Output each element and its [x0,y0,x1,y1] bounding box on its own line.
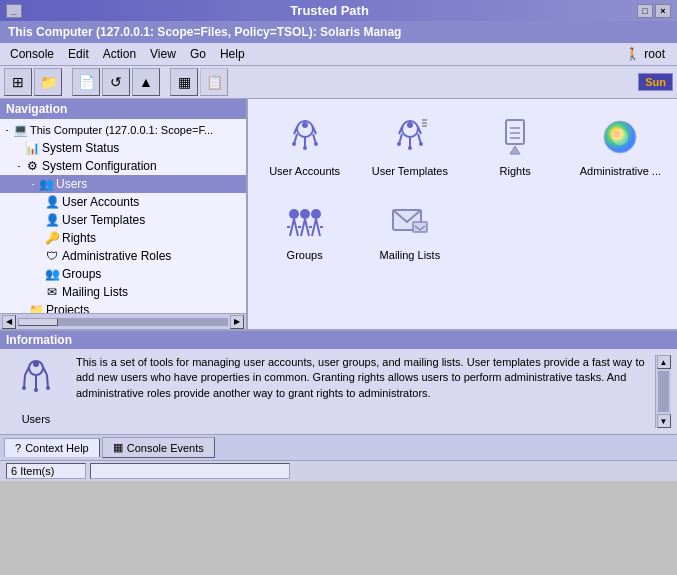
svg-point-35 [300,209,310,219]
toolbar-brand: Sun [638,73,673,91]
content-label-rights: Rights [500,165,531,177]
tree-item-users[interactable]: - 👥 Users [0,175,246,193]
toolbar-btn-up[interactable]: ▲ [132,68,160,96]
toolbar-btn-grid[interactable]: ▦ [170,68,198,96]
user-templates-icon: 👤 [44,212,60,228]
menu-view[interactable]: View [144,45,182,63]
tree-item-admin-roles[interactable]: 🛡 Administrative Roles [0,247,246,265]
nav-scroll-right[interactable]: ▶ [230,315,244,329]
users-icon: 👥 [38,176,54,192]
tree-item-system-config[interactable]: - ⚙ System Configuration [0,157,246,175]
tree-item-groups[interactable]: 👥 Groups [0,265,246,283]
computer-icon: 💻 [12,122,28,138]
content-item-user-templates[interactable]: User Templates [361,107,458,183]
content-icon-groups [281,197,329,245]
tab-context-help-label: Context Help [25,442,89,454]
tree-label-user-templates: User Templates [62,213,145,227]
nav-h-scrollbar[interactable]: ◀ ▶ [0,313,246,329]
content-label-mailing-lists: Mailing Lists [380,249,441,261]
window-title: Trusted Path [22,3,637,18]
nav-scroll-thumb[interactable] [18,318,58,326]
svg-point-18 [419,142,423,146]
info-scroll-down[interactable]: ▼ [657,414,671,428]
content-label-user-templates: User Templates [372,165,448,177]
tree-item-user-accounts[interactable]: 👤 User Accounts [0,193,246,211]
tree-item-rights[interactable]: 🔑 Rights [0,229,246,247]
content-item-rights[interactable]: Rights [467,107,564,183]
mailing-lists-icon: ✉ [44,284,60,300]
content-item-admin-roles[interactable]: Administrative ... [572,107,669,183]
nav-scroll-left[interactable]: ◀ [2,315,16,329]
content-panel: User Accounts [248,99,677,329]
svg-line-48 [25,367,29,375]
svg-point-40 [311,209,321,219]
toolbar-btn-new[interactable]: 📄 [72,68,100,96]
toolbar-btn-folder[interactable]: 📁 [34,68,62,96]
root-label: 🚶 root [625,47,673,61]
admin-roles-icon: 🛡 [44,248,60,264]
tab-console-events[interactable]: ▦ Console Events [102,437,215,458]
info-panel: Information Users This is a set of [0,329,677,434]
tree-item-user-templates[interactable]: 👤 User Templates [0,211,246,229]
console-events-icon: ▦ [113,441,123,454]
info-scroll-up[interactable]: ▲ [657,355,671,369]
svg-point-17 [397,142,401,146]
svg-point-7 [292,142,296,146]
root-icon: 🚶 [625,47,640,61]
svg-point-9 [303,146,307,150]
expand-computer[interactable]: - [2,125,12,135]
svg-line-2 [313,127,316,134]
toolbar-btn-home[interactable]: ⊞ [4,68,32,96]
content-label-user-accounts: User Accounts [269,165,340,177]
menu-go[interactable]: Go [184,45,212,63]
content-label-groups: Groups [287,249,323,261]
tree-item-system-status[interactable]: 📊 System Status [0,139,246,157]
status-bar: 6 Item(s) [0,460,677,481]
tab-context-help[interactable]: ? Context Help [4,438,100,457]
maximize-button[interactable]: □ [637,4,653,18]
close-button[interactable]: × [655,4,671,18]
content-item-user-accounts[interactable]: User Accounts [256,107,353,183]
toolbar-btn-refresh[interactable]: ↺ [102,68,130,96]
svg-point-6 [302,122,308,128]
tree-label-projects: Projects [46,303,89,313]
tree-label-groups: Groups [62,267,101,281]
nav-tree[interactable]: - 💻 This Computer (127.0.0.1: Scope=F...… [0,119,246,313]
info-icon-label: Users [22,413,51,425]
tree-item-mailing-lists[interactable]: ✉ Mailing Lists [0,283,246,301]
toolbar-btn-list[interactable]: 📋 [200,68,228,96]
svg-line-37 [305,219,309,236]
expand-system-status [14,143,24,153]
svg-point-30 [289,209,299,219]
info-users-icon [16,358,56,411]
svg-line-12 [418,127,421,134]
expand-system-config[interactable]: - [14,161,24,171]
svg-line-42 [316,219,320,236]
content-item-groups[interactable]: Groups [256,191,353,267]
menu-edit[interactable]: Edit [62,45,95,63]
content-icon-mailing-lists [386,197,434,245]
svg-line-49 [43,367,47,375]
groups-icon: 👥 [44,266,60,282]
svg-line-36 [301,219,305,236]
svg-line-1 [294,127,297,134]
content-item-mailing-lists[interactable]: Mailing Lists [361,191,458,267]
tree-item-projects[interactable]: 📁 Projects [0,301,246,313]
svg-point-53 [33,361,39,367]
tree-label-rights: Rights [62,231,96,245]
menu-action[interactable]: Action [97,45,142,63]
minimize-button[interactable]: _ [6,4,22,18]
tree-label-system-config: System Configuration [42,159,157,173]
title-bar: _ Trusted Path □ × [0,0,677,21]
system-bar-text: This Computer (127.0.0.1: Scope=Files, P… [8,25,401,39]
content-label-admin-roles: Administrative ... [580,165,661,177]
expand-users[interactable]: - [28,179,38,189]
system-status-icon: 📊 [24,140,40,156]
tree-item-computer[interactable]: - 💻 This Computer (127.0.0.1: Scope=F... [0,121,246,139]
menu-console[interactable]: Console [4,45,60,63]
svg-point-55 [46,386,50,390]
info-header: Information [0,331,677,349]
tab-console-events-label: Console Events [127,442,204,454]
tree-label-system-status: System Status [42,141,119,155]
menu-help[interactable]: Help [214,45,251,63]
